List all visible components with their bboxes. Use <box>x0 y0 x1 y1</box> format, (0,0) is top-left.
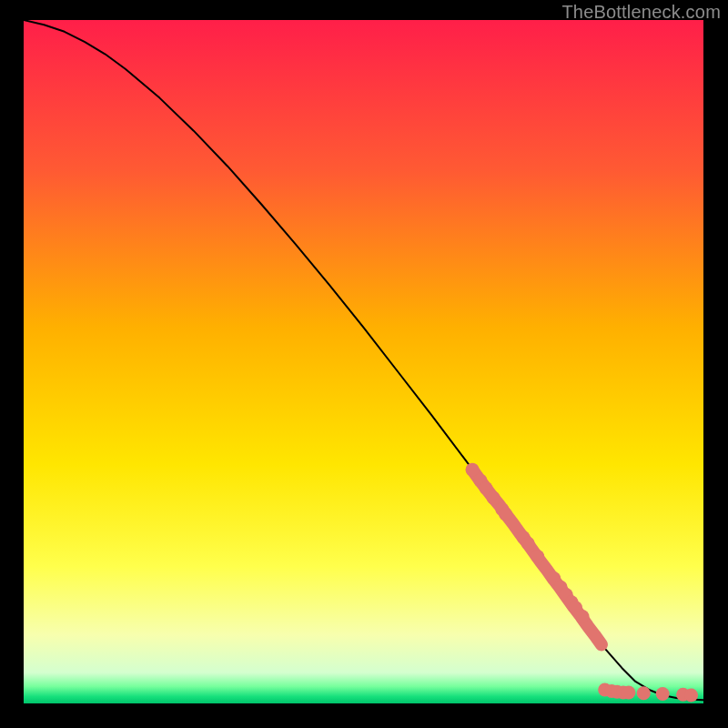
data-point <box>576 610 590 623</box>
series-curve <box>24 20 703 700</box>
data-point <box>622 685 635 699</box>
data-point <box>531 550 544 563</box>
data-point <box>656 687 670 701</box>
watermark-text: TheBottleneck.com <box>561 2 721 23</box>
plot-area <box>24 20 703 703</box>
data-point <box>499 507 512 521</box>
data-point <box>487 490 500 504</box>
data-point <box>466 463 480 477</box>
data-point <box>637 686 651 700</box>
data-point <box>521 537 535 551</box>
plot-svg <box>24 20 703 703</box>
data-point <box>684 688 698 702</box>
